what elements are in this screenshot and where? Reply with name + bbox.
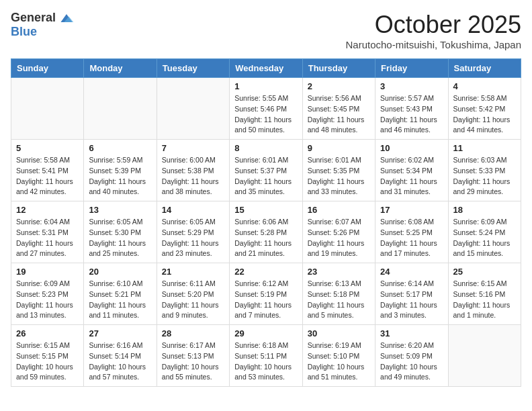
calendar-cell: 3Sunrise: 5:57 AM Sunset: 5:43 PM Daylig… xyxy=(375,78,448,140)
day-number: 6 xyxy=(89,143,151,153)
day-info: Sunrise: 6:02 AM Sunset: 5:34 PM Dayligh… xyxy=(380,155,443,197)
weekday-header-friday: Friday xyxy=(375,59,448,78)
day-number: 7 xyxy=(162,143,224,153)
day-number: 12 xyxy=(16,205,79,215)
day-number: 3 xyxy=(380,81,443,91)
day-info: Sunrise: 5:55 AM Sunset: 5:46 PM Dayligh… xyxy=(234,93,297,136)
weekday-header-wednesday: Wednesday xyxy=(230,59,302,78)
calendar-cell: 24Sunrise: 6:14 AM Sunset: 5:17 PM Dayli… xyxy=(375,263,448,325)
day-info: Sunrise: 6:03 AM Sunset: 5:33 PM Dayligh… xyxy=(453,155,516,197)
day-info: Sunrise: 5:56 AM Sunset: 5:45 PM Dayligh… xyxy=(308,93,370,136)
logo-blue-text: Blue xyxy=(11,25,37,39)
calendar-cell: 5Sunrise: 5:58 AM Sunset: 5:41 PM Daylig… xyxy=(11,140,84,201)
day-info: Sunrise: 6:00 AM Sunset: 5:38 PM Dayligh… xyxy=(162,155,224,197)
day-number: 5 xyxy=(16,143,79,153)
day-info: Sunrise: 6:13 AM Sunset: 5:18 PM Dayligh… xyxy=(308,279,370,321)
calendar-cell: 12Sunrise: 6:04 AM Sunset: 5:31 PM Dayli… xyxy=(11,201,84,263)
day-info: Sunrise: 6:10 AM Sunset: 5:21 PM Dayligh… xyxy=(89,279,151,321)
weekday-header-tuesday: Tuesday xyxy=(157,59,229,78)
day-info: Sunrise: 6:18 AM Sunset: 5:11 PM Dayligh… xyxy=(234,340,297,383)
day-number: 27 xyxy=(89,328,151,338)
location-subtitle: Narutocho-mitsuishi, Tokushima, Japan xyxy=(345,39,521,50)
day-number: 11 xyxy=(453,143,516,153)
day-info: Sunrise: 6:01 AM Sunset: 5:37 PM Dayligh… xyxy=(234,155,297,197)
calendar-header-row: SundayMondayTuesdayWednesdayThursdayFrid… xyxy=(11,59,521,78)
weekday-header-saturday: Saturday xyxy=(448,59,521,78)
logo: General Blue xyxy=(11,11,75,39)
calendar-cell: 14Sunrise: 6:05 AM Sunset: 5:29 PM Dayli… xyxy=(157,201,229,263)
day-number: 9 xyxy=(308,143,370,153)
day-number: 1 xyxy=(234,81,297,91)
calendar-week-row: 5Sunrise: 5:58 AM Sunset: 5:41 PM Daylig… xyxy=(11,140,521,201)
day-info: Sunrise: 5:58 AM Sunset: 5:41 PM Dayligh… xyxy=(16,155,79,197)
calendar-cell: 13Sunrise: 6:05 AM Sunset: 5:30 PM Dayli… xyxy=(84,201,157,263)
day-number: 29 xyxy=(234,328,297,338)
weekday-header-monday: Monday xyxy=(84,59,157,78)
day-number: 10 xyxy=(380,143,443,153)
calendar-table: SundayMondayTuesdayWednesdayThursdayFrid… xyxy=(11,58,521,387)
day-number: 30 xyxy=(308,328,370,338)
weekday-header-sunday: Sunday xyxy=(11,59,84,78)
calendar-cell: 19Sunrise: 6:09 AM Sunset: 5:23 PM Dayli… xyxy=(11,263,84,325)
day-number: 18 xyxy=(453,205,516,215)
day-info: Sunrise: 6:15 AM Sunset: 5:16 PM Dayligh… xyxy=(453,279,516,321)
calendar-cell: 8Sunrise: 6:01 AM Sunset: 5:37 PM Daylig… xyxy=(230,140,302,201)
weekday-header-thursday: Thursday xyxy=(302,59,375,78)
calendar-cell: 11Sunrise: 6:03 AM Sunset: 5:33 PM Dayli… xyxy=(448,140,521,201)
day-number: 21 xyxy=(162,267,224,277)
day-number: 24 xyxy=(380,267,443,277)
calendar-cell: 9Sunrise: 6:01 AM Sunset: 5:35 PM Daylig… xyxy=(302,140,375,201)
day-number: 23 xyxy=(308,267,370,277)
day-info: Sunrise: 6:11 AM Sunset: 5:20 PM Dayligh… xyxy=(162,279,224,321)
day-info: Sunrise: 6:09 AM Sunset: 5:24 PM Dayligh… xyxy=(453,217,516,259)
day-number: 17 xyxy=(380,205,443,215)
calendar-cell: 31Sunrise: 6:20 AM Sunset: 5:09 PM Dayli… xyxy=(375,325,448,387)
page-header: General Blue October 2025 Narutocho-mits… xyxy=(11,11,521,50)
calendar-cell: 28Sunrise: 6:17 AM Sunset: 5:13 PM Dayli… xyxy=(157,325,229,387)
day-info: Sunrise: 6:17 AM Sunset: 5:13 PM Dayligh… xyxy=(162,340,224,383)
calendar-week-row: 12Sunrise: 6:04 AM Sunset: 5:31 PM Dayli… xyxy=(11,201,521,263)
day-info: Sunrise: 6:04 AM Sunset: 5:31 PM Dayligh… xyxy=(16,217,79,259)
logo-icon xyxy=(58,11,75,25)
day-number: 31 xyxy=(380,328,443,338)
day-info: Sunrise: 5:59 AM Sunset: 5:39 PM Dayligh… xyxy=(89,155,151,197)
day-number: 26 xyxy=(16,328,79,338)
calendar-cell: 4Sunrise: 5:58 AM Sunset: 5:42 PM Daylig… xyxy=(448,78,521,140)
title-block: October 2025 Narutocho-mitsuishi, Tokush… xyxy=(345,11,521,50)
day-info: Sunrise: 6:01 AM Sunset: 5:35 PM Dayligh… xyxy=(308,155,370,197)
day-number: 14 xyxy=(162,205,224,215)
calendar-cell: 23Sunrise: 6:13 AM Sunset: 5:18 PM Dayli… xyxy=(302,263,375,325)
calendar-week-row: 1Sunrise: 5:55 AM Sunset: 5:46 PM Daylig… xyxy=(11,78,521,140)
calendar-cell: 16Sunrise: 6:07 AM Sunset: 5:26 PM Dayli… xyxy=(302,201,375,263)
day-number: 20 xyxy=(89,267,151,277)
day-info: Sunrise: 5:58 AM Sunset: 5:42 PM Dayligh… xyxy=(453,93,516,136)
calendar-cell: 2Sunrise: 5:56 AM Sunset: 5:45 PM Daylig… xyxy=(302,78,375,140)
day-number: 19 xyxy=(16,267,79,277)
calendar-cell xyxy=(448,325,521,387)
calendar-cell: 30Sunrise: 6:19 AM Sunset: 5:10 PM Dayli… xyxy=(302,325,375,387)
day-info: Sunrise: 6:07 AM Sunset: 5:26 PM Dayligh… xyxy=(308,217,370,259)
calendar-cell: 6Sunrise: 5:59 AM Sunset: 5:39 PM Daylig… xyxy=(84,140,157,201)
calendar-cell: 27Sunrise: 6:16 AM Sunset: 5:14 PM Dayli… xyxy=(84,325,157,387)
day-info: Sunrise: 5:57 AM Sunset: 5:43 PM Dayligh… xyxy=(380,93,443,136)
day-number: 16 xyxy=(308,205,370,215)
calendar-cell: 17Sunrise: 6:08 AM Sunset: 5:25 PM Dayli… xyxy=(375,201,448,263)
calendar-week-row: 26Sunrise: 6:15 AM Sunset: 5:15 PM Dayli… xyxy=(11,325,521,387)
calendar-cell: 22Sunrise: 6:12 AM Sunset: 5:19 PM Dayli… xyxy=(230,263,302,325)
day-number: 2 xyxy=(308,81,370,91)
calendar-cell: 18Sunrise: 6:09 AM Sunset: 5:24 PM Dayli… xyxy=(448,201,521,263)
calendar-cell: 20Sunrise: 6:10 AM Sunset: 5:21 PM Dayli… xyxy=(84,263,157,325)
day-info: Sunrise: 6:15 AM Sunset: 5:15 PM Dayligh… xyxy=(16,340,79,383)
day-number: 28 xyxy=(162,328,224,338)
day-info: Sunrise: 6:08 AM Sunset: 5:25 PM Dayligh… xyxy=(380,217,443,259)
calendar-cell xyxy=(11,78,84,140)
day-info: Sunrise: 6:19 AM Sunset: 5:10 PM Dayligh… xyxy=(308,340,370,383)
calendar-cell: 21Sunrise: 6:11 AM Sunset: 5:20 PM Dayli… xyxy=(157,263,229,325)
month-title: October 2025 xyxy=(345,11,521,39)
day-info: Sunrise: 6:05 AM Sunset: 5:29 PM Dayligh… xyxy=(162,217,224,259)
day-info: Sunrise: 6:05 AM Sunset: 5:30 PM Dayligh… xyxy=(89,217,151,259)
day-info: Sunrise: 6:12 AM Sunset: 5:19 PM Dayligh… xyxy=(234,279,297,321)
day-number: 22 xyxy=(234,267,297,277)
day-info: Sunrise: 6:14 AM Sunset: 5:17 PM Dayligh… xyxy=(380,279,443,321)
calendar-cell: 29Sunrise: 6:18 AM Sunset: 5:11 PM Dayli… xyxy=(230,325,302,387)
